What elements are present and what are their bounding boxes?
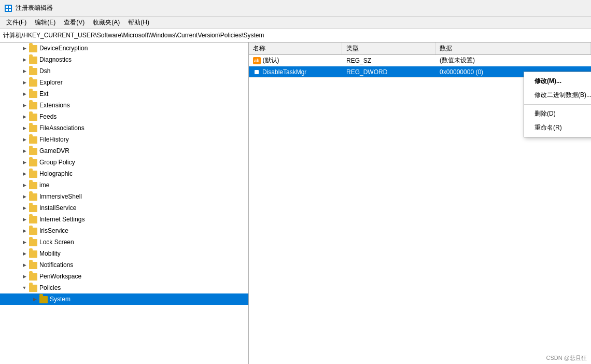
folder-icon bbox=[29, 90, 37, 98]
col-type-header[interactable]: 类型 bbox=[342, 43, 435, 54]
tree-item-system[interactable]: System bbox=[0, 293, 248, 305]
tree-scroll[interactable]: DeviceEncryption Diagnostics Dsh Explore… bbox=[0, 43, 248, 364]
tree-item-gamedvr[interactable]: GameDVR bbox=[0, 145, 248, 157]
tree-item-dsh[interactable]: Dsh bbox=[0, 65, 248, 77]
expand-arrow[interactable] bbox=[21, 124, 28, 132]
expand-arrow[interactable] bbox=[21, 227, 28, 234]
expand-arrow[interactable] bbox=[21, 273, 28, 280]
tree-item-fileassociations[interactable]: FileAssociations bbox=[0, 122, 248, 134]
folder-icon bbox=[29, 44, 37, 52]
folder-icon bbox=[29, 261, 37, 269]
tree-item-policies[interactable]: Policies bbox=[0, 282, 248, 293]
tree-item-internetsettings[interactable]: Internet Settings bbox=[0, 214, 248, 225]
col-data-header[interactable]: 数据 bbox=[435, 43, 591, 54]
right-panel: 名称 类型 数据 ab (默认) REG_SZ (数值未设置) bbox=[249, 43, 591, 364]
tree-panel: DeviceEncryption Diagnostics Dsh Explore… bbox=[0, 43, 249, 364]
address-bar: 计算机\HKEY_CURRENT_USER\Software\Microsoft… bbox=[0, 29, 591, 43]
menu-file[interactable]: 文件(F) bbox=[2, 17, 31, 28]
expand-arrow[interactable] bbox=[21, 261, 28, 269]
folder-icon bbox=[29, 78, 37, 87]
tree-item-penworkspace[interactable]: PenWorkspace bbox=[0, 271, 248, 282]
tree-item-feeds[interactable]: Feeds bbox=[0, 111, 248, 122]
tree-item-extensions[interactable]: Extensions bbox=[0, 100, 248, 111]
tree-item-ime[interactable]: ime bbox=[0, 179, 248, 191]
svg-rect-4 bbox=[9, 9, 11, 11]
expand-arrow[interactable] bbox=[21, 250, 28, 257]
table-cell-name-selected: DisableTaskMgr bbox=[249, 67, 342, 77]
svg-rect-2 bbox=[9, 6, 11, 8]
folder-icon bbox=[29, 158, 37, 166]
folder-icon bbox=[29, 101, 37, 109]
ctx-separator bbox=[524, 104, 591, 105]
main-area: DeviceEncryption Diagnostics Dsh Explore… bbox=[0, 43, 591, 364]
tree-item-filehistory[interactable]: FileHistory bbox=[0, 134, 248, 145]
menu-edit[interactable]: 编辑(E) bbox=[31, 17, 60, 28]
menu-bar: 文件(F) 编辑(E) 查看(V) 收藏夹(A) 帮助(H) bbox=[0, 17, 591, 29]
ctx-delete[interactable]: 删除(D) bbox=[524, 107, 591, 121]
folder-icon bbox=[29, 272, 37, 281]
expand-arrow-system[interactable] bbox=[31, 296, 38, 303]
ctx-modify[interactable]: 修改(M)... bbox=[524, 74, 591, 88]
expand-arrow[interactable] bbox=[21, 90, 28, 97]
menu-favorites[interactable]: 收藏夹(A) bbox=[89, 17, 124, 28]
tree-item-irisservice[interactable]: IrisService bbox=[0, 225, 248, 236]
expand-arrow[interactable] bbox=[21, 56, 28, 63]
expand-arrow[interactable] bbox=[21, 147, 28, 155]
folder-icon bbox=[29, 181, 37, 189]
expand-arrow[interactable] bbox=[21, 79, 28, 86]
svg-rect-3 bbox=[6, 9, 8, 11]
reg-ab-icon: ab bbox=[253, 57, 261, 64]
tree-item-deviceencryption[interactable]: DeviceEncryption bbox=[0, 43, 248, 54]
registry-editor-icon bbox=[4, 4, 12, 12]
expand-arrow[interactable] bbox=[21, 159, 28, 166]
expand-arrow[interactable] bbox=[21, 45, 28, 52]
expand-arrow[interactable] bbox=[21, 113, 28, 120]
tree-item-diagnostics[interactable]: Diagnostics bbox=[0, 54, 248, 65]
expand-arrow[interactable] bbox=[21, 193, 28, 200]
expand-arrow[interactable] bbox=[21, 102, 28, 109]
folder-icon bbox=[29, 284, 37, 292]
expand-arrow[interactable] bbox=[21, 181, 28, 189]
folder-icon bbox=[29, 227, 37, 235]
title-bar-text: 注册表编辑器 bbox=[16, 4, 53, 12]
table-cell-type-selected: REG_DWORD bbox=[342, 67, 435, 77]
tree-item-holographic[interactable]: Holographic bbox=[0, 168, 248, 179]
folder-icon-selected bbox=[39, 295, 48, 303]
svg-rect-1 bbox=[6, 6, 8, 8]
menu-help[interactable]: 帮助(H) bbox=[124, 17, 153, 28]
table-cell-name: ab (默认) bbox=[249, 55, 342, 66]
title-bar: 注册表编辑器 bbox=[0, 0, 591, 17]
tree-item-grouppolicy[interactable]: Group Policy bbox=[0, 157, 248, 168]
tree-item-notifications[interactable]: Notifications bbox=[0, 259, 248, 271]
expand-arrow[interactable] bbox=[21, 204, 28, 212]
ctx-modify-binary[interactable]: 修改二进制数据(B)... bbox=[524, 88, 591, 102]
expand-arrow-policies[interactable] bbox=[21, 284, 28, 291]
table-cell-data: (数值未设置) bbox=[435, 55, 591, 66]
expand-arrow[interactable] bbox=[21, 170, 28, 177]
watermark: CSDN @悲且狂 bbox=[546, 354, 587, 362]
tree-item-lockscreen[interactable]: Lock Screen bbox=[0, 236, 248, 248]
folder-icon bbox=[29, 113, 37, 121]
expand-arrow[interactable] bbox=[21, 67, 28, 75]
ctx-rename[interactable]: 重命名(R) bbox=[524, 121, 591, 135]
tree-item-immersiveshell[interactable]: ImmersiveShell bbox=[0, 191, 248, 202]
col-name-header[interactable]: 名称 bbox=[249, 43, 342, 54]
expand-arrow[interactable] bbox=[21, 216, 28, 223]
folder-icon bbox=[29, 170, 37, 178]
tree-item-ext[interactable]: Ext bbox=[0, 88, 248, 100]
folder-icon bbox=[29, 192, 37, 201]
tree-item-installservice[interactable]: InstallService bbox=[0, 202, 248, 214]
tree-item-mobility[interactable]: Mobility bbox=[0, 248, 248, 259]
expand-arrow[interactable] bbox=[21, 136, 28, 143]
table-cell-type: REG_SZ bbox=[342, 56, 435, 65]
table-row[interactable]: ab (默认) REG_SZ (数值未设置) bbox=[249, 55, 591, 66]
expand-arrow[interactable] bbox=[21, 239, 28, 246]
reg-dword-icon bbox=[253, 68, 260, 76]
menu-view[interactable]: 查看(V) bbox=[60, 17, 89, 28]
table-header: 名称 类型 数据 bbox=[249, 43, 591, 55]
tree-item-explorer[interactable]: Explorer bbox=[0, 77, 248, 88]
folder-icon bbox=[29, 67, 37, 75]
folder-icon bbox=[29, 238, 37, 246]
folder-icon bbox=[29, 124, 37, 132]
folder-icon bbox=[29, 204, 37, 212]
